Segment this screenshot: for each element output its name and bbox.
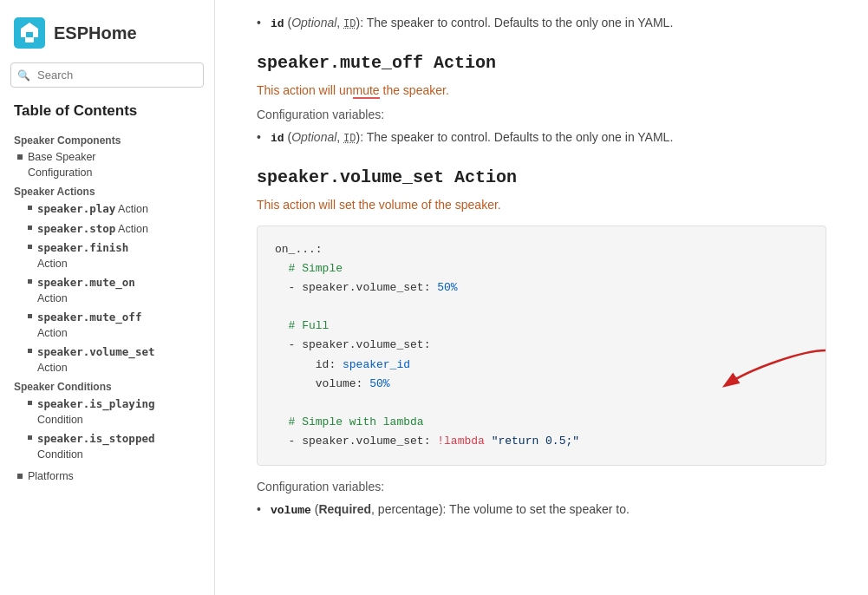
bullet-key: id <box>271 132 284 145</box>
bullet-icon <box>28 349 32 353</box>
bullet-opt: (Optional, ID): The speaker to control. … <box>288 16 674 29</box>
mute-off-desc: This action will unmute the speaker. <box>257 83 826 97</box>
section-volume-set: speaker.volume_set Action This action wi… <box>257 167 826 519</box>
bullet-key-volume: volume <box>271 504 311 517</box>
code-block: on_...: # Simple - speaker.volume_set: 5… <box>257 226 826 466</box>
bullet-icon <box>28 401 32 405</box>
code-line-3: - speaker.volume_set: 50% <box>275 278 808 298</box>
toc-item-base-speaker[interactable]: Base SpeakerConfiguration <box>0 148 214 182</box>
volume-set-bullet-list: volume (Required, percentage): The volum… <box>257 500 826 519</box>
bullet-key: id <box>271 17 284 30</box>
mute-off-title: speaker.mute_off Action <box>257 53 826 73</box>
toc-section-speaker-components: Speaker Components <box>0 131 214 148</box>
toc-item-speaker-stop[interactable]: speaker.stop Action <box>0 219 214 239</box>
svg-rect-1 <box>25 37 34 42</box>
svg-rect-0 <box>14 17 45 49</box>
toc-item-speaker-volume-set[interactable]: speaker.volume_setAction <box>0 343 214 377</box>
esphome-logo-icon <box>14 17 45 49</box>
mute-off-config-label: Configuration variables: <box>257 108 826 121</box>
volume-set-bullet-item: volume (Required, percentage): The volum… <box>257 500 826 519</box>
toc-item-label: speaker.is_stoppedCondition <box>37 431 154 462</box>
toc-item-speaker-is-stopped[interactable]: speaker.is_stoppedCondition <box>0 429 214 464</box>
logo-text: ESPHome <box>54 23 137 43</box>
toc-item-speaker-mute-off[interactable]: speaker.mute_offAction <box>0 308 214 343</box>
code-line-9: - speaker.volume_set: !lambda "return 0.… <box>275 432 808 451</box>
volume-set-desc: This action will set the volume of the s… <box>257 198 826 212</box>
toc-section-speaker-actions: Speaker Actions <box>0 182 214 199</box>
toc-item-label: speaker.is_playingCondition <box>37 396 154 428</box>
toc-item-label: speaker.finishAction <box>37 240 128 271</box>
bullet-desc-volume: (Required, percentage): The volume to se… <box>315 502 630 516</box>
top-bullet-list: id (Optional, ID): The speaker to contro… <box>257 14 826 32</box>
bullet-desc: (Optional, ID): The speaker to control. … <box>288 130 674 144</box>
bullet-icon <box>28 314 32 318</box>
toc-item-label: speaker.volume_setAction <box>37 344 154 376</box>
toc-item-platforms[interactable]: Platforms <box>0 468 214 487</box>
toc-item-speaker-play[interactable]: speaker.play Action <box>0 199 214 219</box>
volume-set-title: speaker.volume_set Action <box>257 167 826 187</box>
toc-heading: Table of Contents <box>0 101 214 131</box>
top-bullet-item: id (Optional, ID): The speaker to contro… <box>257 14 826 32</box>
sidebar: ESPHome 🔍 Table of Contents Speaker Comp… <box>0 0 215 595</box>
code-line-8: # Simple with lambda <box>275 413 808 432</box>
section-mute-off: speaker.mute_off Action This action will… <box>257 53 826 147</box>
mute-off-bullet-item: id (Optional, ID): The speaker to contro… <box>257 128 826 147</box>
search-icon: 🔍 <box>17 69 30 82</box>
bullet-icon <box>17 154 23 160</box>
mute-off-bullet-list: id (Optional, ID): The speaker to contro… <box>257 128 826 147</box>
toc-item-speaker-is-playing[interactable]: speaker.is_playingCondition <box>0 395 214 429</box>
toc-item-speaker-finish[interactable]: speaker.finishAction <box>0 239 214 273</box>
toc-item-label: speaker.play Action <box>37 201 148 218</box>
bullet-icon <box>28 206 32 210</box>
code-line-2: # Simple <box>275 259 808 278</box>
bullet-icon <box>28 245 32 249</box>
code-line-1: on_...: <box>275 240 808 259</box>
toc-item-label: speaker.mute_offAction <box>37 310 141 341</box>
bullet-icon <box>28 226 32 230</box>
code-line-4: # Full <box>275 317 808 336</box>
main-content: id (Optional, ID): The speaker to contro… <box>215 0 868 595</box>
toc-item-label: speaker.stop Action <box>37 221 148 238</box>
search-area[interactable]: 🔍 <box>10 62 204 88</box>
volume-set-config-label: Configuration variables: <box>257 480 826 494</box>
toc-item-label: Base SpeakerConfiguration <box>28 150 96 180</box>
logo-area: ESPHome <box>0 10 214 62</box>
toc-item-label: Platforms <box>28 469 74 485</box>
underline-mute: mute <box>353 83 380 99</box>
toc-item-label: speaker.mute_onAction <box>37 275 135 306</box>
bullet-icon <box>28 279 32 284</box>
bullet-icon <box>28 435 32 440</box>
toc-section-speaker-conditions: Speaker Conditions <box>0 377 214 395</box>
search-input[interactable] <box>10 62 204 88</box>
arrow-annotation <box>717 342 830 402</box>
toc-item-speaker-mute-on[interactable]: speaker.mute_onAction <box>0 273 214 308</box>
bullet-icon <box>17 474 23 479</box>
code-line-blank1 <box>275 298 808 317</box>
